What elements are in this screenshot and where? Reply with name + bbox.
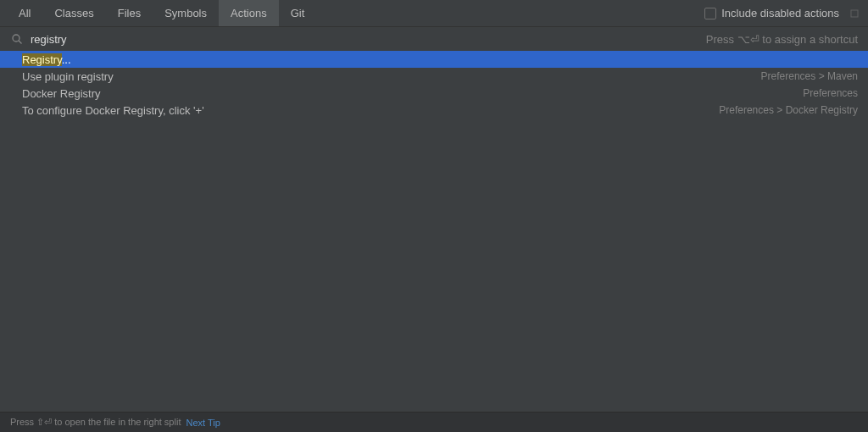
- result-row[interactable]: Registry...: [0, 51, 868, 68]
- svg-line-2: [19, 41, 22, 44]
- svg-rect-0: [851, 10, 858, 17]
- tab-bar: All Classes Files Symbols Actions Git In…: [0, 0, 868, 27]
- checkbox-label: Include disabled actions: [721, 7, 839, 19]
- checkbox-box: [704, 8, 716, 19]
- search-row: Press ⌥⏎ to assign a shortcut: [0, 27, 868, 51]
- svg-point-1: [13, 35, 19, 42]
- result-label: Docker Registry: [22, 87, 100, 100]
- result-row[interactable]: Docker Registry Preferences: [0, 85, 868, 102]
- right-controls: Include disabled actions: [704, 7, 861, 20]
- tab-actions[interactable]: Actions: [219, 0, 279, 26]
- search-icon: [10, 32, 24, 46]
- tab-classes[interactable]: Classes: [42, 0, 105, 26]
- search-input-wrap[interactable]: [31, 33, 699, 46]
- tabs-container: All Classes Files Symbols Actions Git: [7, 0, 316, 26]
- result-row[interactable]: To configure Docker Registry, click '+' …: [0, 102, 868, 119]
- footer-hint: Press ⇧⏎ to open the file in the right s…: [10, 417, 181, 428]
- tab-git[interactable]: Git: [279, 0, 317, 26]
- result-row[interactable]: Use plugin registry Preferences > Maven: [0, 68, 868, 85]
- next-tip-link[interactable]: Next Tip: [186, 418, 220, 428]
- result-label: To configure Docker Registry, click '+': [22, 104, 204, 117]
- result-location: Preferences: [803, 87, 858, 99]
- footer: Press ⇧⏎ to open the file in the right s…: [0, 412, 868, 432]
- tab-all[interactable]: All: [7, 0, 42, 26]
- shortcut-hint: Press ⌥⏎ to assign a shortcut: [706, 33, 858, 46]
- result-label: Registry...: [22, 53, 71, 66]
- result-label: Use plugin registry: [22, 70, 114, 83]
- pin-icon[interactable]: [848, 7, 861, 20]
- include-disabled-checkbox[interactable]: Include disabled actions: [704, 7, 839, 19]
- result-location: Preferences > Docker Registry: [719, 104, 858, 116]
- result-location: Preferences > Maven: [761, 70, 858, 82]
- tab-files[interactable]: Files: [106, 0, 153, 26]
- tab-symbols[interactable]: Symbols: [153, 0, 219, 26]
- search-input[interactable]: [31, 33, 699, 46]
- results-list: Registry... Use plugin registry Preferen…: [0, 51, 868, 119]
